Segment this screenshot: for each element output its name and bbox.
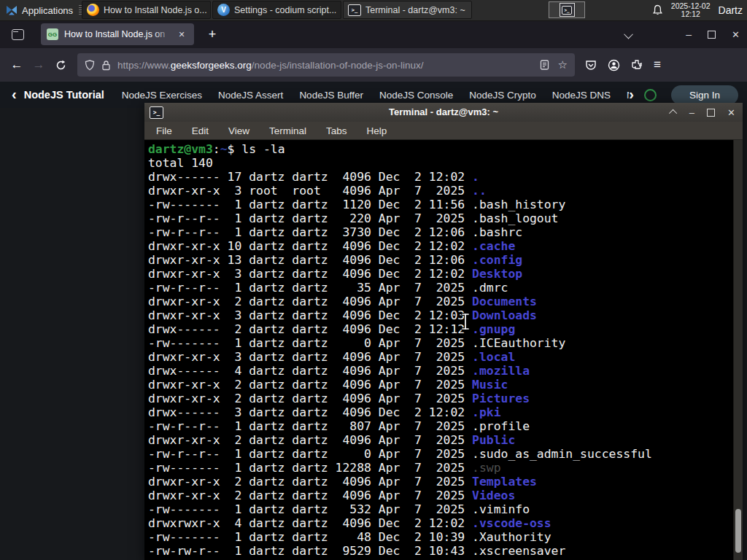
tab-title-fade	[153, 23, 175, 45]
new-tab-button[interactable]: +	[203, 25, 222, 44]
url-domain: geeksforgeeks.org	[171, 60, 252, 71]
terminal-menu-edit[interactable]: Edit	[192, 125, 209, 136]
bookmark-star-icon[interactable]: ☆	[558, 58, 568, 71]
reload-button[interactable]	[50, 54, 71, 76]
terminal-title: Terminal - dartz@vm3: ~	[144, 106, 743, 117]
browser-tab[interactable]: GG How to Install Node.js on ✕	[41, 23, 194, 45]
site-nav-link[interactable]: NodeJS Console	[379, 90, 453, 101]
clock-time: 12:12	[671, 10, 711, 18]
terminal-line: dartz@vm3:~$ ls -la	[148, 142, 743, 156]
tab-title: How to Install Node.js on	[64, 29, 165, 39]
terminal-window-controls: – ✕	[671, 103, 735, 122]
site-nav-link[interactable]: NodeJS DNS	[552, 90, 611, 101]
forward-button[interactable]: →	[28, 54, 50, 76]
maximize-button[interactable]	[708, 31, 716, 39]
shield-icon[interactable]	[85, 60, 95, 71]
terminal-line: drwx------ 4 dartz dartz 4096 Apr 7 2025…	[148, 364, 743, 378]
taskbar-button-codium-label: Settings - codium script...	[234, 5, 336, 15]
lock-icon[interactable]	[101, 60, 111, 71]
terminal-line: -rw------- 1 dartz dartz 0 Apr 7 2025 .I…	[148, 336, 743, 350]
minimize-button[interactable]: –	[689, 107, 694, 118]
terminal-line: drwxrwxr-x 4 dartz dartz 4096 Dec 2 12:0…	[148, 516, 743, 530]
terminal-menu-help[interactable]: Help	[367, 125, 387, 136]
minimize-button[interactable]: –	[686, 28, 692, 40]
taskbar-window-buttons: How to Install Node.js o... V Settings -…	[82, 1, 472, 19]
terminal-line: -rw-r--r-- 1 dartz dartz 220 Apr 7 2025 …	[148, 211, 743, 225]
tab-close-icon[interactable]: ✕	[175, 28, 188, 41]
terminal-line: drwxr-xr-x 13 dartz dartz 4096 Dec 2 12:…	[148, 253, 743, 267]
url-bar[interactable]: https://www.geeksforgeeks.org/node-js/in…	[77, 53, 575, 77]
terminal-line: drwxr-xr-x 2 dartz dartz 4096 Apr 7 2025…	[148, 378, 743, 392]
account-icon[interactable]	[608, 59, 620, 71]
codium-icon: V	[217, 4, 230, 16]
site-nav-current[interactable]: NodeJS Tutorial	[24, 89, 104, 101]
nav-scroll-right-chevron-icon[interactable]: ›	[629, 86, 634, 103]
taskbar-button-firefox-label: How to Install Node.js o...	[104, 5, 207, 15]
system-tray: 2025-12-02 12:12 Dartz	[652, 0, 743, 20]
urlbar-action-icons: ☆	[540, 58, 568, 71]
workspace-window-thumbnail: >_	[560, 3, 575, 17]
terminal-line: -rw------- 1 dartz dartz 532 Apr 7 2025 …	[148, 502, 743, 516]
site-nav-link[interactable]: NodeJS Exercises	[122, 90, 202, 101]
notification-bell-icon[interactable]	[652, 4, 663, 16]
close-button[interactable]: ✕	[727, 107, 735, 118]
terminal-line: -rw------- 1 dartz dartz 1120 Dec 2 11:5…	[148, 198, 743, 211]
chevron-down-icon	[624, 29, 633, 39]
navigation-toolbar: ← → ht	[0, 48, 747, 82]
sign-in-button[interactable]: Sign In	[671, 85, 738, 105]
site-nav-link[interactable]: NodeJS Assert	[218, 90, 283, 101]
terminal-line: drwxr-xr-x 3 dartz dartz 4096 Dec 2 12:0…	[148, 267, 743, 281]
terminal-output[interactable]: dartz@vm3:~$ ls -latotal 140drwx------ 1…	[144, 140, 743, 560]
terminal-line: drwxr-xr-x 2 dartz dartz 4096 Apr 7 2025…	[148, 392, 743, 405]
pocket-icon[interactable]	[585, 60, 597, 71]
site-nav-link[interactable]: NodeJS Buffer	[299, 90, 363, 101]
terminal-menu-file[interactable]: File	[156, 125, 172, 136]
url-text[interactable]: https://www.geeksforgeeks.org/node-js/in…	[117, 60, 533, 71]
firefox-icon	[87, 4, 99, 16]
terminal-line: drwxr-xr-x 2 dartz dartz 4096 Apr 7 2025…	[148, 295, 743, 308]
geeksforgeeks-favicon: GG	[47, 28, 58, 40]
taskbar-button-terminal-label: Terminal - dartz@vm3: ~	[365, 5, 465, 15]
terminal-menu-terminal[interactable]: Terminal	[269, 125, 306, 136]
taskbar-button-codium[interactable]: V Settings - codium script...	[212, 1, 341, 19]
terminal-menu-view[interactable]: View	[228, 125, 249, 136]
close-button[interactable]: ✕	[732, 29, 740, 40]
maximize-button[interactable]	[707, 109, 715, 117]
workspace-switcher[interactable]: >_	[549, 1, 585, 18]
nav-scroll-left-chevron-icon[interactable]: ‹	[12, 86, 17, 103]
terminal-menu-tabs[interactable]: Tabs	[326, 125, 347, 136]
top-panel: Applications How to Install Node.js o...…	[0, 0, 747, 21]
extensions-puzzle-icon[interactable]	[631, 59, 643, 71]
terminal-line: -rw-r--r-- 1 dartz dartz 0 Apr 7 2025 .s…	[148, 447, 743, 461]
terminal-line: drwxr-xr-x 10 dartz dartz 4096 Dec 2 12:…	[148, 239, 743, 253]
terminal-line: -rw------- 1 dartz dartz 48 Dec 2 10:39 …	[148, 530, 743, 544]
toolbar-right-icons: ≡	[585, 58, 661, 72]
terminal-line: drwxr-xr-x 3 root root 4096 Apr 7 2025 .…	[148, 184, 743, 198]
desktop: Applications How to Install Node.js o...…	[0, 0, 747, 560]
search-icon[interactable]	[644, 89, 657, 101]
terminal-line: -rw-r--r-- 1 dartz dartz 35 Apr 7 2025 .…	[148, 281, 743, 295]
terminal-menubar: FileEditViewTerminalTabsHelp	[144, 122, 743, 140]
terminal-line: drwxr-xr-x 2 dartz dartz 4096 Apr 7 2025…	[148, 433, 743, 447]
scrollbar-thumb[interactable]	[735, 509, 741, 553]
terminal-line: drwxr-xr-x 3 dartz dartz 4096 Apr 7 2025…	[148, 350, 743, 364]
tab-bar: GG How to Install Node.js on ✕ + – ✕	[0, 20, 747, 48]
user-menu[interactable]: Dartz	[719, 4, 743, 16]
clock[interactable]: 2025-12-02 12:12	[671, 2, 711, 18]
browser-window-controls: – ✕	[686, 23, 740, 45]
terminal-scrollbar[interactable]	[733, 140, 743, 560]
taskbar-button-firefox[interactable]: How to Install Node.js o...	[82, 1, 211, 19]
terminal-titlebar[interactable]: >_ Terminal - dartz@vm3: ~ – ✕	[144, 103, 743, 122]
site-nav-link[interactable]: NodeJS Crypto	[469, 90, 536, 101]
firefox-view-icon	[12, 29, 24, 40]
terminal-line: -rw-r--r-- 1 dartz dartz 3730 Dec 2 12:0…	[148, 225, 743, 239]
terminal-line: total 140	[148, 156, 743, 170]
menu-hamburger-icon[interactable]: ≡	[654, 58, 661, 72]
back-button[interactable]: ←	[6, 54, 28, 76]
list-all-tabs-button[interactable]	[620, 27, 636, 43]
firefox-view-button[interactable]	[7, 24, 28, 44]
terminal-line: drwxr-xr-x 2 dartz dartz 4096 Apr 7 2025…	[148, 475, 743, 489]
taskbar-button-terminal[interactable]: >_ Terminal - dartz@vm3: ~	[343, 1, 472, 19]
applications-menu-button[interactable]: Applications	[1, 0, 87, 20]
reader-mode-icon[interactable]	[540, 60, 549, 70]
